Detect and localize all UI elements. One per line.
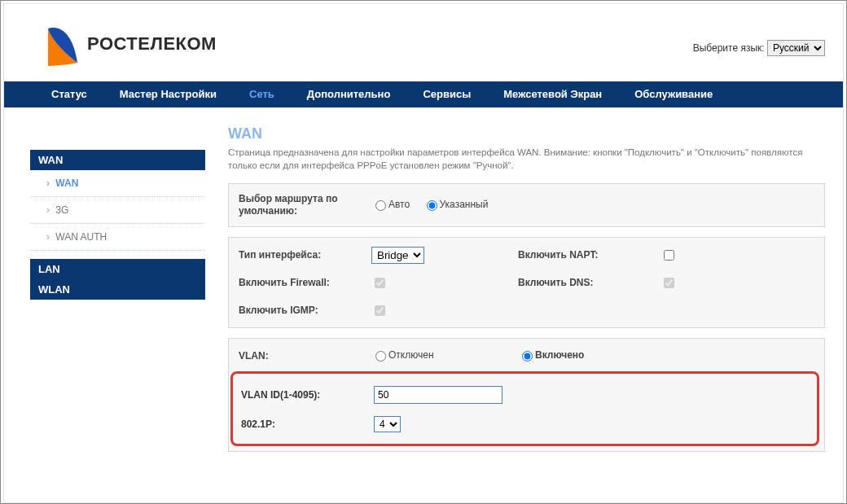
vlan-off-label: Отключен [388, 349, 434, 361]
sidebar-item[interactable]: WAN [30, 170, 205, 197]
language-select[interactable]: Русский [767, 40, 825, 56]
vlan-8021p-label: 802.1P: [236, 419, 374, 430]
language-label: Выберите язык: [693, 42, 765, 54]
sidebar-group-header[interactable]: WAN [30, 150, 205, 170]
interface-panel: Тип интерфейса: Bridge Включить NAPT: Вк… [228, 237, 825, 328]
nav-item[interactable]: Сеть [233, 81, 291, 107]
brand-name: РОСТЕЛЕКОМ [87, 33, 217, 55]
vlan-label: VLAN: [229, 350, 371, 362]
dns-label: Включить DNS: [518, 277, 660, 288]
rostelecom-logo-icon [43, 22, 79, 66]
vlan-on-radio[interactable] [522, 351, 533, 362]
page-description: Страница предназначена для настройки пар… [228, 146, 825, 172]
napt-checkbox[interactable] [664, 250, 674, 261]
routing-label: Выбор маршрута по умолчанию: [229, 190, 371, 221]
vlan-8021p-select[interactable]: 01234567 [374, 416, 401, 432]
routing-auto-label: Авто [388, 199, 410, 210]
vlan-id-label: VLAN ID(1-4095): [236, 389, 374, 401]
dns-checkbox[interactable] [664, 278, 674, 288]
routing-options: Авто Указанный [371, 198, 518, 213]
routing-panel: Выбор маршрута по умолчанию: Авто Указан… [228, 183, 825, 227]
firewall-checkbox[interactable] [375, 278, 385, 288]
vlan-off-option[interactable]: Отключен [371, 348, 434, 362]
nav-item[interactable]: Статус [35, 81, 103, 107]
igmp-label: Включить IGMP: [229, 305, 371, 316]
main-content: WAN Страница предназначена для настройки… [228, 125, 830, 462]
main-nav: СтатусМастер НастройкиСетьДополнительноС… [4, 81, 843, 107]
nav-item[interactable]: Мастер Настройки [103, 81, 233, 107]
sidebar-group-header[interactable]: WLAN [30, 279, 205, 300]
nav-item[interactable]: Дополнительно [291, 81, 407, 107]
firewall-label: Включить Firewall: [229, 277, 371, 288]
sidebar: WANWAN3GWAN AUTHLANWLAN [30, 125, 205, 462]
vlan-highlight-box: VLAN ID(1-4095): 802.1P: 01234567 [230, 371, 819, 446]
routing-auto-radio[interactable] [375, 200, 386, 211]
vlan-on-label: Включено [535, 349, 584, 361]
napt-label: Включить NAPT: [518, 249, 660, 261]
routing-specified-radio[interactable] [427, 200, 437, 211]
routing-auto-option[interactable]: Авто [371, 198, 410, 211]
vlan-off-radio[interactable] [375, 351, 386, 362]
nav-item[interactable]: Обслуживание [618, 81, 729, 107]
page-title: WAN [228, 125, 825, 142]
sidebar-item[interactable]: WAN AUTH [30, 224, 205, 251]
nav-item[interactable]: Сервисы [406, 81, 487, 107]
sidebar-group-header[interactable]: LAN [30, 259, 205, 279]
interface-type-label: Тип интерфейса: [229, 249, 371, 261]
nav-item[interactable]: Межсетевой Экран [487, 81, 618, 107]
language-selector: Выберите язык: Русский [693, 40, 825, 56]
routing-specified-option[interactable]: Указанный [423, 198, 489, 211]
routing-specified-label: Указанный [440, 199, 489, 210]
igmp-checkbox[interactable] [375, 305, 385, 316]
sidebar-item[interactable]: 3G [30, 197, 205, 224]
vlan-panel: VLAN: Отключен Включено [228, 338, 825, 452]
header: РОСТЕЛЕКОМ Выберите язык: Русский [4, 4, 843, 81]
interface-type-select[interactable]: Bridge [371, 247, 424, 264]
vlan-id-input[interactable] [374, 386, 502, 404]
vlan-on-option[interactable]: Включено [518, 348, 584, 362]
